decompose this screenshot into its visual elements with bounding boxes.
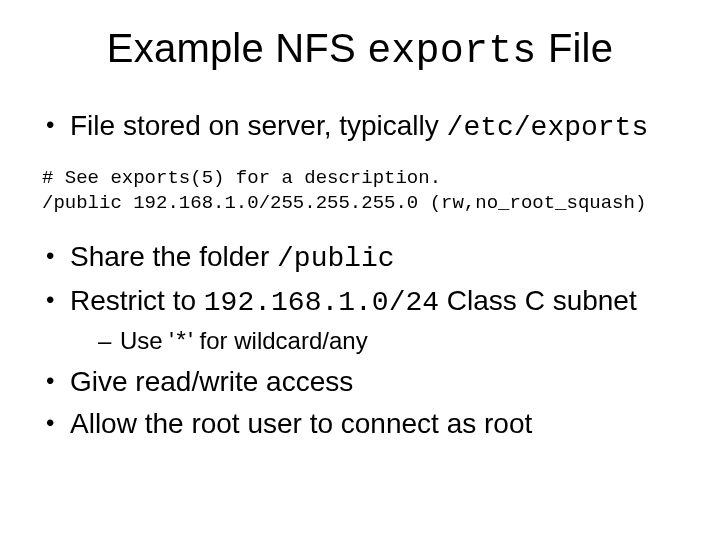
bullet-5-text: Allow the root user to connect as root — [70, 408, 532, 439]
bullet-1-code: /etc/exports — [447, 112, 649, 143]
code-line-1: # See exports(5) for a description. — [42, 167, 441, 189]
slide-title: Example NFS exports File — [36, 26, 684, 74]
sub-bullet-1: Use '*' for wildcard/any — [96, 325, 684, 358]
bullet-list: File stored on server, typically /etc/ex… — [36, 108, 684, 146]
sub-bullet-1-post: ' for wildcard/any — [188, 327, 367, 354]
code-line-2: /public 192.168.1.0/255.255.255.0 (rw,no… — [42, 192, 646, 214]
bullet-1: File stored on server, typically /etc/ex… — [42, 108, 684, 146]
title-pre: Example NFS — [107, 26, 367, 70]
title-code: exports — [367, 29, 536, 74]
bullet-3-code: 192.168.1.0/24 — [204, 287, 439, 318]
bullet-4-text: Give read/write access — [70, 366, 353, 397]
bullet-3-pre: Restrict to — [70, 285, 204, 316]
sub-bullet-list: Use '*' for wildcard/any — [70, 325, 684, 358]
bullet-list-2: Share the folder /public Restrict to 192… — [36, 239, 684, 442]
code-block: # See exports(5) for a description. /pub… — [42, 166, 684, 217]
bullet-3: Restrict to 192.168.1.0/24 Class C subne… — [42, 283, 684, 358]
bullet-4: Give read/write access — [42, 364, 684, 400]
bullet-3-post: Class C subnet — [439, 285, 637, 316]
title-post: File — [537, 26, 614, 70]
sub-bullet-1-code: * — [174, 329, 188, 356]
bullet-2-pre: Share the folder — [70, 241, 277, 272]
bullet-5: Allow the root user to connect as root — [42, 406, 684, 442]
bullet-2: Share the folder /public — [42, 239, 684, 277]
bullet-2-code: /public — [277, 243, 395, 274]
bullet-1-pre: File stored on server, typically — [70, 110, 447, 141]
sub-bullet-1-pre: Use ' — [120, 327, 174, 354]
